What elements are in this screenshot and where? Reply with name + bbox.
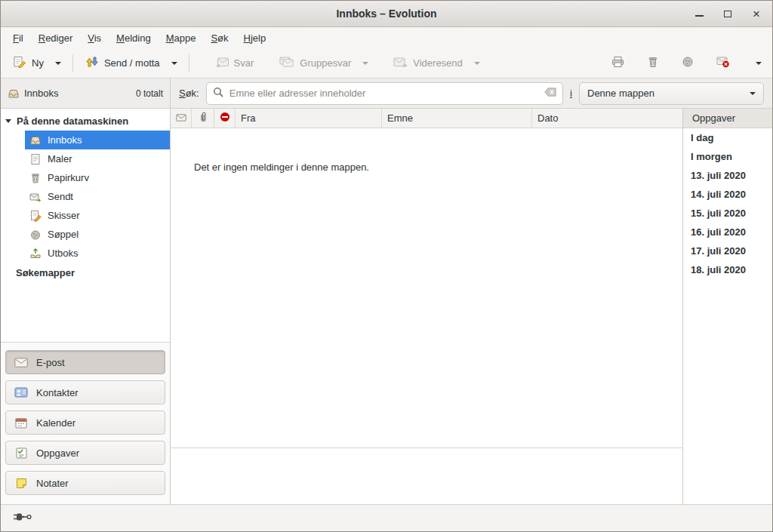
search-bar: Innboks 0 totalt Søk: i Denne mappen xyxy=(1,78,772,109)
chevron-down-icon xyxy=(750,92,756,95)
paperclip-icon xyxy=(199,112,207,125)
junk-icon xyxy=(29,229,42,241)
new-button[interactable]: Ny xyxy=(7,51,50,75)
search-scope-dropdown[interactable]: Denne mappen xyxy=(579,82,764,105)
titlebar: Innboks – Evolution × xyxy=(1,1,772,27)
folder-label: Innboks xyxy=(48,134,82,146)
toolbar-separator xyxy=(189,54,189,72)
sidebar: På denne datamaskinen Innboks Maler Papi… xyxy=(1,109,171,504)
task-date-item[interactable]: 15. juli 2020 xyxy=(683,204,772,223)
delete-button[interactable] xyxy=(642,51,664,75)
send-receive-button[interactable]: Send / motta xyxy=(79,51,166,75)
toolbar-separator xyxy=(72,54,73,72)
notes-icon xyxy=(14,478,28,489)
search-input[interactable] xyxy=(229,88,539,99)
chevron-down-icon xyxy=(474,62,480,65)
menu-sok[interactable]: Søk xyxy=(203,29,236,47)
message-list-pane: Fra Emne Dato Det er ingen meldinger i d… xyxy=(171,109,682,504)
switcher-label: Notater xyxy=(36,478,69,489)
send-receive-dropdown-button[interactable] xyxy=(166,57,183,69)
outbox-icon xyxy=(29,248,42,260)
send-receive-icon xyxy=(85,56,99,70)
search-folders-item[interactable]: Søkemapper xyxy=(1,263,170,282)
maximize-icon xyxy=(724,11,731,17)
switcher-oppgaver[interactable]: Oppgaver xyxy=(5,441,165,465)
maximize-button[interactable] xyxy=(719,5,736,22)
window-title: Innboks – Evolution xyxy=(336,8,436,20)
print-button[interactable] xyxy=(607,51,629,75)
folder-sendt[interactable]: Sendt xyxy=(25,187,170,206)
task-date-item[interactable]: I morgen xyxy=(683,147,772,166)
task-date-item[interactable]: 13. juli 2020 xyxy=(683,166,772,185)
trash-icon xyxy=(647,56,659,70)
task-date-item[interactable]: 18. juli 2020 xyxy=(683,260,772,279)
new-button-label: Ny xyxy=(32,57,44,69)
message-list-header: Fra Emne Dato xyxy=(171,109,682,128)
column-attachment[interactable] xyxy=(192,109,214,128)
menu-mappe[interactable]: Mappe xyxy=(159,29,204,47)
send-receive-label: Send / motta xyxy=(104,57,160,69)
column-date[interactable]: Dato xyxy=(532,109,682,128)
task-date-item[interactable]: 16. juli 2020 xyxy=(683,223,772,241)
templates-icon xyxy=(29,153,42,165)
forward-dropdown-button[interactable] xyxy=(469,57,485,69)
menu-fil[interactable]: Fil xyxy=(5,29,31,47)
clear-search-icon[interactable] xyxy=(544,88,556,99)
empty-folder-message: Det er ingen meldinger i denne mappen. xyxy=(171,128,682,173)
tasks-icon xyxy=(14,447,28,459)
close-button[interactable]: × xyxy=(748,5,765,22)
folder-label: Papirkurv xyxy=(48,172,89,183)
new-dropdown-button[interactable] xyxy=(50,57,66,69)
reply-label: Svar xyxy=(234,57,254,69)
column-subject[interactable]: Emne xyxy=(382,109,532,128)
column-from[interactable]: Fra xyxy=(236,109,382,128)
menu-bar: Fil Rediger Vis Melding Mappe Søk Hjelp xyxy=(1,27,772,48)
toolbar-overflow-button[interactable] xyxy=(751,57,766,69)
current-folder-info: Innboks 0 totalt xyxy=(1,78,171,108)
task-date-item[interactable]: 14. juli 2020 xyxy=(683,185,772,204)
switcher-kontakter[interactable]: Kontakter xyxy=(5,380,165,404)
folder-skisser[interactable]: Skisser xyxy=(25,206,170,225)
column-message-status[interactable] xyxy=(171,109,192,128)
folder-label: Skisser xyxy=(48,210,80,221)
menu-hjelp[interactable]: Hjelp xyxy=(236,29,274,47)
not-junk-icon xyxy=(716,56,730,70)
group-reply-button[interactable]: Gruppesvar xyxy=(273,52,357,74)
account-row[interactable]: På denne datamaskinen xyxy=(1,111,170,131)
online-status-button[interactable] xyxy=(10,509,35,527)
not-junk-button[interactable] xyxy=(712,51,735,75)
group-reply-dropdown-button[interactable] xyxy=(357,57,374,69)
group-reply-label: Gruppesvar xyxy=(300,57,351,69)
folder-label: Søppel xyxy=(48,229,79,240)
junk-button[interactable] xyxy=(677,51,698,75)
task-date-item[interactable]: 17. juli 2020 xyxy=(683,241,772,260)
forward-label: Videresend xyxy=(413,57,463,69)
preview-pane xyxy=(171,448,682,504)
evolution-window: Innboks – Evolution × Fil Rediger Vis Me… xyxy=(0,0,773,532)
task-date-item[interactable]: I dag xyxy=(683,128,772,147)
switcher-label: Kalender xyxy=(36,417,75,429)
switcher-notater[interactable]: Notater xyxy=(5,471,165,495)
menu-rediger[interactable]: Rediger xyxy=(31,29,81,47)
reply-button[interactable]: Svar xyxy=(209,53,260,74)
menu-melding[interactable]: Melding xyxy=(109,29,159,47)
reply-icon xyxy=(215,57,229,69)
plug-icon xyxy=(13,512,32,524)
minimize-button[interactable] xyxy=(691,5,707,22)
expander-icon[interactable] xyxy=(5,119,11,123)
folder-innboks[interactable]: Innboks xyxy=(25,131,170,149)
forward-icon xyxy=(393,57,408,69)
switcher-kalender[interactable]: Kalender xyxy=(5,411,165,435)
drafts-icon xyxy=(29,210,42,222)
forward-button[interactable]: Videresend xyxy=(387,53,469,74)
priority-icon xyxy=(220,112,230,125)
folder-soppel[interactable]: Søppel xyxy=(25,225,170,244)
folder-utboks[interactable]: Utboks xyxy=(25,244,170,263)
folder-papirkurv[interactable]: Papirkurv xyxy=(25,168,170,187)
account-label: På denne datamaskinen xyxy=(17,115,128,127)
menu-vis[interactable]: Vis xyxy=(80,29,109,47)
column-priority[interactable] xyxy=(214,109,236,128)
message-list-body: Det er ingen meldinger i denne mappen. xyxy=(171,128,682,447)
switcher-epost[interactable]: E-post xyxy=(5,350,165,374)
folder-maler[interactable]: Maler xyxy=(25,149,170,168)
